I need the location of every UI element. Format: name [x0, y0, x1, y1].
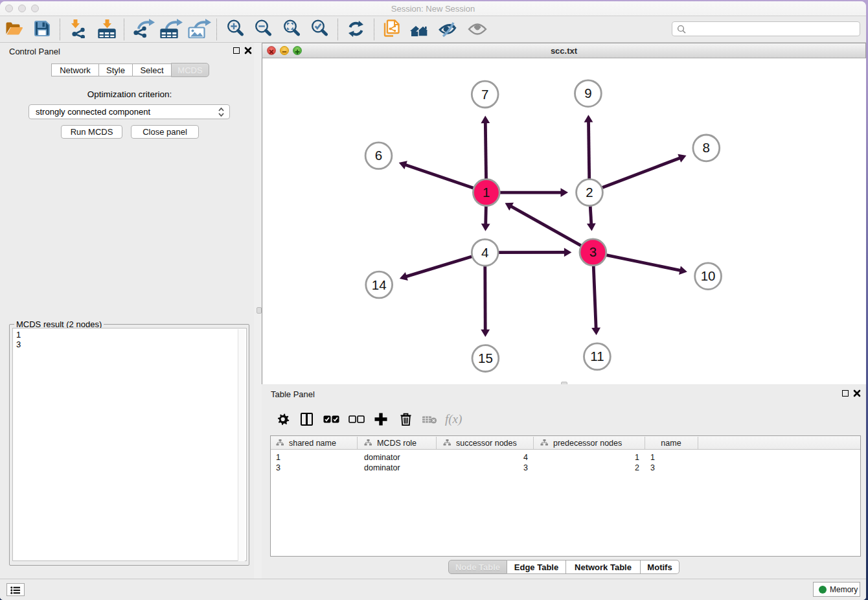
- svg-text:2: 2: [586, 185, 593, 200]
- svg-text:8: 8: [703, 140, 710, 155]
- svg-text:11: 11: [590, 349, 604, 363]
- svg-text:14: 14: [372, 277, 387, 292]
- svg-text:15: 15: [478, 351, 493, 365]
- svg-text:7: 7: [481, 87, 488, 102]
- svg-text:1: 1: [483, 185, 490, 200]
- svg-text:3: 3: [589, 244, 597, 259]
- svg-text:4: 4: [481, 245, 488, 260]
- svg-text:9: 9: [584, 86, 591, 100]
- svg-text:6: 6: [375, 148, 382, 163]
- svg-text:10: 10: [701, 268, 716, 283]
